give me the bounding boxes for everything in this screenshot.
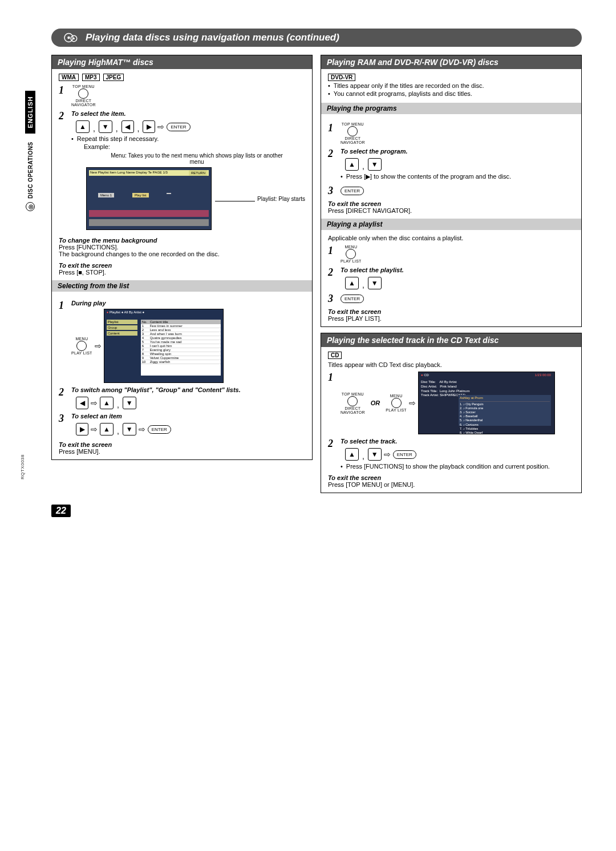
- down-key[interactable]: ▼: [368, 448, 382, 461]
- down-key[interactable]: ▼: [99, 120, 112, 133]
- exit-text: Press [TOP MENU] or [MENU].: [328, 481, 574, 488]
- svg-point-3: [73, 38, 75, 39]
- tag-cd: CD: [328, 352, 342, 359]
- exit-text: Press [PLAY LIST].: [328, 315, 574, 322]
- programs-heading: Playing the programs: [321, 103, 581, 114]
- then-arrow-icon: ⇨: [95, 341, 102, 350]
- change-bg-heading: To change the menu background: [59, 237, 305, 244]
- down-key[interactable]: ▼: [123, 423, 136, 435]
- selecting-list-heading: Selecting from the list: [52, 280, 312, 292]
- top-menu-button[interactable]: TOP MENU DIRECT NAVIGATOR: [71, 84, 96, 107]
- right-key[interactable]: ▶: [143, 120, 155, 133]
- tag-jpeg: JPEG: [103, 74, 124, 81]
- tag-mp3: MP3: [82, 74, 100, 81]
- menu-callout: Menu: Takes you to the next menu which s…: [106, 152, 288, 165]
- tag-dvdvr: DVD-VR: [328, 74, 355, 81]
- step-number: 2: [328, 148, 336, 160]
- enter-button[interactable]: ENTER: [393, 450, 416, 459]
- step-number: 3: [328, 293, 336, 305]
- cdtext-heading: Playing the selected track in the CD Tex…: [321, 333, 581, 347]
- document-id: RQTX0038: [20, 454, 25, 479]
- step-title: To select the item.: [71, 110, 305, 117]
- cdtext-panel: Playing the selected track in the CD Tex…: [321, 333, 582, 493]
- then-arrow-icon: ⇨: [91, 398, 98, 408]
- then-arrow-icon: ⇨: [384, 450, 391, 459]
- cd-intro: Titles appear with CD Text disc playback…: [328, 361, 574, 368]
- enter-button[interactable]: ENTER: [341, 187, 364, 195]
- exit-heading: To exit the screen: [328, 474, 574, 481]
- enter-button[interactable]: ENTER: [167, 123, 190, 131]
- step-title: To select an item: [71, 413, 305, 420]
- step-number: 2: [59, 110, 67, 122]
- down-key[interactable]: ▼: [368, 158, 382, 171]
- exit-heading: To exit the screen: [328, 200, 574, 207]
- discs-icon: [63, 32, 80, 43]
- highmat-panel: Playing HighMAT™ discs WMA MP3 JPEG 1 TO…: [51, 55, 313, 460]
- down-key[interactable]: ▼: [123, 397, 136, 409]
- press-note: Press [FUNCTIONS] to show the playback c…: [341, 463, 574, 470]
- playlist-screenshot: ● Playlist ● All By Artist ● PlaylistGro…: [104, 309, 224, 383]
- svg-point-1: [67, 37, 70, 39]
- enter-button[interactable]: ENTER: [148, 425, 171, 434]
- format-tags: WMA MP3 JPEG: [59, 74, 305, 81]
- then-arrow-icon: ⇨: [157, 122, 164, 131]
- top-menu-button[interactable]: TOP MENU DIRECT NAVIGATOR: [341, 392, 365, 414]
- change-bg-text: The background changes to the one record…: [59, 251, 305, 257]
- exit-heading: To exit the screen: [59, 441, 305, 448]
- step-number: 1: [59, 300, 67, 312]
- playlist-callout: Playlist: Play starts: [257, 196, 305, 202]
- press-note: Press [▶] to show the contents of the pr…: [341, 173, 574, 180]
- step-title: To select the program.: [341, 148, 574, 155]
- then-arrow-icon: ⇨: [91, 425, 98, 434]
- up-key[interactable]: ▲: [100, 423, 114, 435]
- up-key[interactable]: ▲: [345, 158, 359, 171]
- step-title: To switch among "Playlist", "Group" and …: [71, 386, 305, 393]
- example-menu-screenshot: New Playlist Item Long Name Display Te P…: [86, 167, 212, 230]
- up-key[interactable]: ▲: [100, 397, 114, 409]
- applicable-note: Applicable only when the disc contains a…: [328, 235, 574, 241]
- menu-button[interactable]: MENU PLAY LIST: [386, 394, 407, 412]
- note-text: Titles appear only if the titles are rec…: [328, 82, 574, 89]
- top-menu-button[interactable]: TOP MENU DIRECT NAVIGATOR: [341, 122, 365, 144]
- tag-wma: WMA: [59, 74, 79, 81]
- enter-button[interactable]: ENTER: [341, 295, 364, 303]
- exit-heading: To exit the screen: [328, 308, 574, 315]
- step-title: During play: [71, 300, 305, 306]
- down-key[interactable]: ▼: [368, 277, 382, 289]
- step-number: 2: [328, 438, 336, 450]
- highmat-heading: Playing HighMAT™ discs: [52, 55, 312, 69]
- then-arrow-icon: ⇨: [139, 425, 145, 434]
- left-key[interactable]: ◀: [76, 397, 88, 409]
- or-label: OR: [371, 400, 380, 406]
- side-tab: ◎ DISC OPERATIONS ENGLISH: [24, 91, 37, 217]
- cd-text-screenshot: ● CD 1/23 00:00 Disc Title: All By Artis…: [418, 372, 555, 434]
- step-number: 2: [328, 267, 336, 279]
- disc-icon: ◎: [26, 202, 35, 211]
- exit-text: Press [■, STOP].: [59, 269, 305, 276]
- page-title-bar: Playing data discs using navigation menu…: [51, 29, 582, 47]
- step-title: To select the playlist.: [341, 267, 574, 273]
- step-number: 3: [328, 185, 336, 197]
- left-key[interactable]: ◀: [121, 120, 134, 133]
- up-key[interactable]: ▲: [345, 448, 359, 461]
- step-number: 1: [328, 122, 336, 134]
- right-key[interactable]: ▶: [76, 423, 88, 435]
- up-key[interactable]: ▲: [345, 277, 359, 289]
- step-number: 1: [59, 84, 67, 96]
- language-label: ENGLISH: [25, 91, 35, 134]
- page-title: Playing data discs using navigation menu…: [86, 32, 339, 43]
- exit-heading: To exit the screen: [59, 262, 305, 269]
- note-text: You cannot edit programs, playlists and …: [328, 90, 574, 97]
- menu-button[interactable]: MENU PLAY LIST: [71, 337, 92, 355]
- menu-button[interactable]: MENU PLAY LIST: [341, 245, 362, 263]
- repeat-note: Repeat this step if necessary.: [71, 135, 305, 142]
- change-bg-text: Press [FUNCTIONS].: [59, 244, 305, 251]
- step-number: 2: [59, 386, 67, 398]
- dvdvr-heading: Playing RAM and DVD-R/-RW (DVD-VR) discs: [321, 55, 581, 69]
- page-number: 22: [51, 505, 71, 517]
- then-arrow-icon: ⇨: [409, 398, 416, 408]
- dvdvr-panel: Playing RAM and DVD-R/-RW (DVD-VR) discs…: [321, 55, 582, 327]
- section-label: ◎ DISC OPERATIONS: [24, 136, 37, 217]
- up-key[interactable]: ▲: [76, 120, 90, 133]
- step-number: 1: [328, 245, 336, 257]
